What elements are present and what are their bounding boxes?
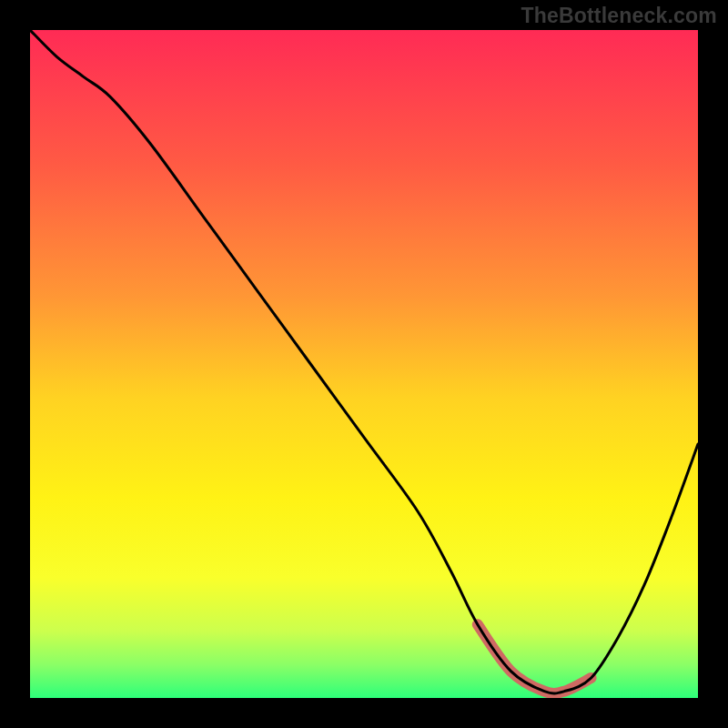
chart-plot-area [30, 30, 698, 698]
chart-frame: TheBottleneck.com [0, 0, 728, 728]
chart-svg [30, 30, 698, 698]
gradient-rect [30, 30, 698, 698]
watermark-text: TheBottleneck.com [521, 4, 717, 28]
